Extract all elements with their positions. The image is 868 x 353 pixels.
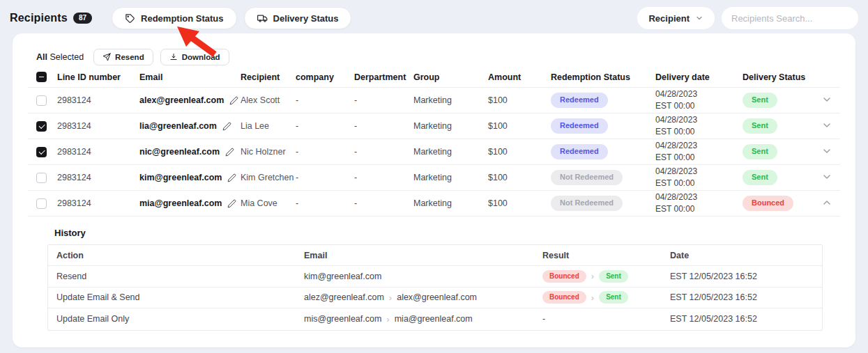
history-email-cell: mis@greenleaf.com › mia@greenleaf.com: [296, 314, 534, 324]
history-action-cell: Update Email Only: [48, 314, 296, 324]
chevron-down-icon: [695, 14, 703, 22]
amount-cell: $100: [488, 121, 551, 131]
history-date-cell: EST 12/05/2023 16:52: [662, 292, 822, 302]
resend-button[interactable]: Resend: [93, 49, 153, 65]
group-cell: Marketing: [413, 198, 488, 208]
delivery-status-button[interactable]: Delivery Status: [244, 7, 352, 29]
history-result-cell: Bounced › Sent: [534, 270, 662, 283]
chevron-right-icon: ›: [389, 292, 392, 303]
redemption-status-badge: Redeemed: [551, 93, 608, 107]
expand-chevron-icon[interactable]: [821, 120, 832, 131]
delivery-status-badge: Sent: [743, 118, 777, 133]
email-cell: kim@greenleaf.com: [139, 173, 222, 182]
redemption-status-badge: Not Redeemed: [551, 196, 623, 210]
history-col-action: Action: [48, 251, 296, 260]
delivery-status-badge: Sent: [743, 170, 777, 185]
delivery-date-cell: 04/28/2023 EST 00:00: [655, 166, 743, 190]
redemption-status-badge: Not Redeemed: [551, 170, 623, 185]
delivery-date-cell: 04/28/2023 EST 00:00: [655, 191, 743, 216]
row-checkbox[interactable]: [36, 198, 47, 209]
group-cell: Marketing: [413, 147, 488, 157]
col-delivery-date: Delivery date: [655, 72, 743, 82]
redemption-status-label: Redemption Status: [141, 13, 223, 24]
line-id-cell: 2983124: [57, 147, 139, 157]
expand-chevron-icon[interactable]: [821, 171, 832, 182]
result-to-badge: Sent: [599, 291, 628, 304]
download-label: Download: [182, 53, 220, 61]
department-cell: -: [354, 95, 413, 105]
group-cell: Marketing: [413, 95, 488, 105]
history-title: History: [54, 228, 840, 238]
col-amount: Amount: [488, 72, 551, 82]
history-email-from: alez@greenleaf.com: [304, 292, 384, 302]
edit-email-icon[interactable]: [227, 173, 236, 182]
company-cell: -: [296, 121, 354, 131]
history-row: Resend kim@greenleaf.com › Bounced › Sen…: [48, 266, 822, 288]
edit-email-icon[interactable]: [227, 199, 236, 208]
history-email-cell: kim@greenleaf.com ›: [296, 272, 534, 281]
select-all-checkbox[interactable]: [36, 72, 47, 82]
recipient-cell: Alex Scott: [241, 95, 296, 105]
page-title: Recipients: [10, 12, 68, 24]
delivery-date-cell: 04/28/2023 EST 00:00: [655, 114, 743, 139]
email-cell: lia@greenleaf.com: [139, 121, 217, 131]
result-to-badge: Sent: [599, 270, 628, 283]
redemption-status-badge: Redeemed: [551, 144, 608, 159]
line-id-cell: 2983124: [57, 121, 139, 131]
redemption-status-button[interactable]: Redemption Status: [112, 7, 236, 29]
truck-icon: [257, 13, 268, 24]
history-action-cell: Update Email & Send: [48, 292, 296, 302]
search-input[interactable]: [731, 13, 854, 24]
table-row: 2983124 mia@greenleaf.com Mia Cove - - M…: [28, 191, 840, 217]
department-cell: -: [354, 173, 413, 182]
group-cell: Marketing: [413, 173, 488, 182]
history-email-cell: alez@greenleaf.com › alex@greenleaf.com: [296, 292, 534, 303]
history-table-body: Resend kim@greenleaf.com › Bounced › Sen…: [48, 266, 822, 330]
row-checkbox[interactable]: [36, 95, 47, 106]
line-id-cell: 2983124: [57, 95, 139, 105]
expand-chevron-icon[interactable]: [821, 197, 832, 208]
delivery-status-badge: Sent: [743, 144, 777, 159]
col-redemption-status: Redemption Status: [551, 72, 655, 82]
col-group: Group: [413, 72, 488, 82]
recipient-cell: Lia Lee: [241, 121, 296, 131]
expand-chevron-icon[interactable]: [821, 146, 832, 157]
col-company: company: [296, 72, 354, 82]
col-department: Derpartment: [354, 72, 413, 82]
history-email-to: mia@greenleaf.com: [395, 314, 473, 324]
chevron-right-icon: ›: [591, 271, 594, 281]
history-result-cell: Bounced › Sent: [534, 291, 662, 304]
department-cell: -: [354, 198, 413, 208]
recipient-dropdown-label: Recipient: [648, 13, 690, 24]
delivery-status-badge: Bounced: [743, 196, 793, 210]
result-dash: -: [542, 314, 545, 324]
chevron-right-icon: ›: [591, 292, 594, 303]
edit-email-icon[interactable]: [225, 148, 234, 157]
email-cell: nic@greenleaf.com: [139, 147, 220, 157]
search-box[interactable]: [722, 7, 858, 29]
topbar: Recipients 87 Redemption Status Delivery…: [0, 0, 868, 33]
line-id-cell: 2983124: [57, 198, 139, 208]
download-button[interactable]: Download: [160, 49, 229, 65]
row-checkbox[interactable]: [36, 173, 47, 183]
department-cell: -: [354, 147, 413, 157]
table-row: 2983124 alex@greenleaf.com Alex Scott - …: [28, 88, 840, 113]
edit-email-icon[interactable]: [229, 96, 238, 105]
row-checkbox[interactable]: [36, 147, 47, 157]
recipients-table-body: 2983124 alex@greenleaf.com Alex Scott - …: [28, 88, 840, 217]
table-row: 2983124 nic@greenleaf.com Nic Holzner - …: [28, 139, 840, 165]
amount-cell: $100: [488, 147, 551, 157]
expand-chevron-icon[interactable]: [821, 94, 832, 105]
recipient-filter-dropdown[interactable]: Recipient: [637, 7, 715, 29]
row-checkbox[interactable]: [36, 121, 47, 132]
recipient-cell: Kim Gretchen: [241, 173, 296, 182]
history-header-row: Action Email Result Date: [48, 245, 822, 266]
resend-label: Resend: [115, 53, 144, 61]
history-col-email: Email: [296, 251, 534, 260]
selection-toolbar: All Selected Resend Download: [36, 49, 840, 65]
delivery-date-cell: 04/28/2023 EST 00:00: [655, 88, 743, 113]
col-delivery-status: Delivery Status: [743, 72, 821, 82]
edit-email-icon[interactable]: [222, 122, 231, 131]
history-email-to: alex@greenleaf.com: [397, 292, 477, 302]
selection-label-bold: All: [36, 52, 47, 62]
